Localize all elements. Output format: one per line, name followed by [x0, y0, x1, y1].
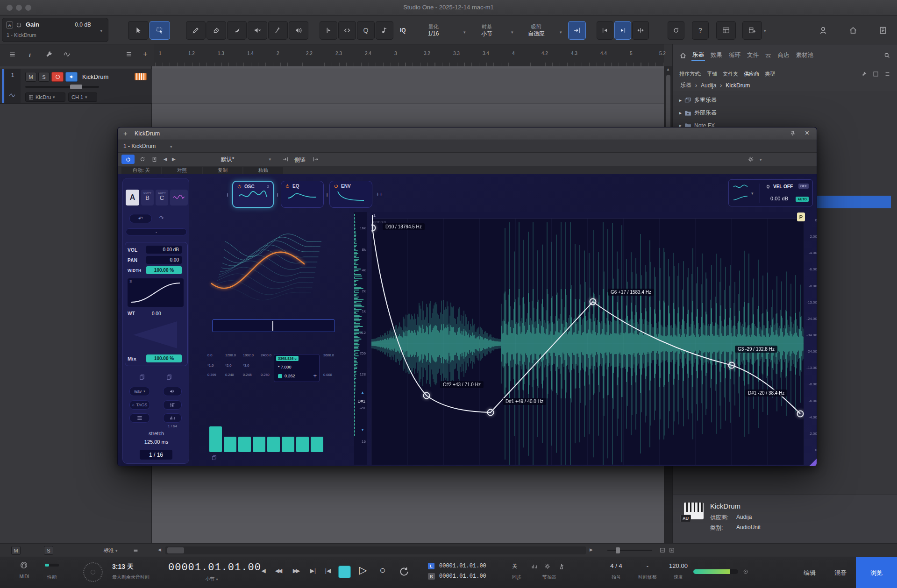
zoom-in-icon[interactable] [669, 547, 675, 553]
overlap-view-button[interactable] [338, 21, 356, 40]
envelope-node[interactable] [487, 409, 494, 416]
gain-bypass-icon[interactable] [15, 21, 22, 28]
shape-display[interactable]: S [128, 278, 184, 307]
performance-meter[interactable] [45, 564, 59, 567]
time-signature[interactable]: 4 / 4 [604, 562, 629, 569]
playhead-time-display[interactable]: 00001.01.01.00 [168, 562, 261, 574]
step-sequencer[interactable] [209, 424, 325, 452]
envelope-node[interactable] [797, 411, 804, 418]
plugin-resize-handle[interactable] [809, 459, 817, 466]
precount-icon[interactable] [531, 563, 538, 570]
scroll-up-icon[interactable]: ▲ [666, 67, 670, 71]
slot-c-button[interactable]: COPY C [156, 190, 168, 205]
step-bar[interactable] [267, 437, 280, 452]
gain-dropdown-icon[interactable]: ▾ [100, 28, 102, 33]
pan-value[interactable]: 0.00 [146, 256, 182, 264]
browser-tab-cloud[interactable]: 云 [764, 50, 772, 61]
document-button[interactable] [875, 21, 891, 40]
redo-button[interactable]: ↷ [159, 215, 164, 221]
timebase-dropdown-icon[interactable]: ▾ [511, 30, 513, 35]
scrollbar-thumb[interactable] [666, 75, 670, 131]
envelope-node[interactable] [423, 392, 430, 399]
steps-button[interactable] [163, 413, 182, 423]
wavetable-prev-triangle[interactable] [130, 320, 179, 349]
view-dropdown-icon[interactable]: ▾ [764, 28, 766, 33]
plugin-close-icon[interactable]: × [805, 129, 809, 137]
spread-button[interactable] [632, 21, 649, 40]
vel-auto-badge[interactable]: AUTO [796, 197, 809, 202]
add-module-icon[interactable]: + [226, 191, 229, 198]
sequence-copy-icon[interactable] [211, 454, 217, 461]
split-tool-button[interactable] [227, 21, 247, 40]
inspector-icon[interactable]: i [29, 51, 31, 58]
gain-value[interactable]: 0.0 dB [75, 21, 91, 28]
osc-module-card[interactable]: OSC 2 [232, 181, 274, 208]
preset-next-icon[interactable]: ▶ [172, 156, 176, 162]
browser-tab-loops[interactable]: 循环 [728, 50, 741, 61]
stop-button[interactable] [338, 566, 351, 578]
status-mute-button[interactable]: M [11, 546, 21, 555]
preset-name-bar[interactable]: - [126, 228, 187, 235]
tool-settings-icon[interactable] [45, 50, 53, 58]
add-track-view-button[interactable] [742, 21, 762, 40]
step-bar[interactable] [253, 437, 265, 452]
plugin-menu-dropdown-icon[interactable]: ▾ [760, 157, 762, 162]
plugin-add-icon[interactable]: + [123, 129, 128, 137]
browser-home-icon[interactable] [679, 52, 687, 59]
paint-tool-button[interactable] [186, 21, 206, 40]
track-row[interactable]: 1 M S KickDrum KicDru ▾ CH 1 ▾ [0, 69, 152, 104]
step-bar[interactable] [209, 426, 222, 452]
zoom-slider[interactable] [607, 550, 652, 551]
selected-partial-mult[interactable]: * 7.000 [278, 365, 292, 369]
preset-select[interactable]: 默认* ▾ [182, 154, 273, 164]
hscroll-left-icon[interactable]: ◀ [158, 547, 161, 552]
selected-partial-box[interactable]: 3368.826 c * 7.000 0.262 + [274, 354, 320, 382]
nudge-right-button[interactable] [614, 21, 631, 40]
browser-tab-shop[interactable]: 商店 [777, 50, 790, 61]
browser-breadcrumb[interactable]: 乐器 › Audija › KickDrum [673, 80, 897, 91]
copy-a-icon[interactable] [139, 374, 145, 381]
wav-export-button[interactable]: wav▾ [129, 387, 150, 396]
copy-b-icon[interactable] [166, 374, 172, 381]
step-bar[interactable] [238, 437, 251, 452]
browser-layout-icon[interactable] [873, 71, 879, 77]
expand-icon[interactable]: ▸ [679, 98, 682, 103]
snap-toggle-button[interactable] [568, 21, 586, 40]
tags-button[interactable]: ○TAGS [129, 400, 150, 410]
meter-mode-icon[interactable] [743, 569, 748, 574]
add-module-icon[interactable]: + [325, 191, 329, 198]
sidechain-label[interactable]: 侧链 [294, 156, 306, 164]
eq-power-icon[interactable] [285, 184, 290, 189]
quantize-setting[interactable]: 量化 1/16 [428, 22, 439, 39]
velocity-panel[interactable]: ▾ VEL OFF OFF 0.00 dB AUTO [728, 179, 813, 206]
grid-division-value[interactable]: 1 / 16 [140, 450, 172, 460]
help-button[interactable]: ? [692, 21, 709, 40]
lines-button[interactable] [129, 413, 150, 423]
track-record-arm-button[interactable] [51, 72, 64, 82]
wavetable-3d-display[interactable] [206, 224, 341, 314]
sort-option-vendor[interactable]: 供应商 [744, 71, 759, 78]
goto-end-button[interactable]: ▶| [306, 567, 320, 574]
audition-button[interactable] [163, 387, 182, 396]
wavetable-position-slider[interactable] [212, 319, 335, 332]
rewind-button[interactable]: ◀◀ [270, 567, 286, 574]
sort-option-flat[interactable]: 平铺 [707, 71, 717, 78]
track-automation-icon[interactable] [9, 92, 15, 98]
quantize-dropdown-icon[interactable]: ▾ [463, 30, 466, 35]
instrument-keys-icon[interactable] [135, 73, 147, 80]
browser-tab-effects[interactable]: 效果 [710, 50, 723, 61]
morph-waveform-button[interactable] [170, 190, 188, 205]
browser-tab-pool[interactable]: 素材池 [795, 50, 815, 61]
width-value[interactable]: 100.00 % [146, 266, 182, 274]
status-list-icon[interactable] [133, 547, 139, 553]
track-mute-button[interactable]: M [25, 72, 36, 82]
track-solo-button[interactable]: S [38, 72, 50, 82]
preset-prev-icon[interactable]: ◀ [164, 156, 167, 162]
arrow-tool-button[interactable] [128, 21, 149, 40]
quantize-tool-button[interactable]: Q [357, 21, 375, 40]
step-bar[interactable] [311, 437, 323, 452]
eraser-tool-button[interactable] [206, 21, 226, 40]
loop-button[interactable] [398, 566, 410, 578]
copy-tab[interactable]: 复制 [203, 167, 242, 174]
frequency-axis-strip[interactable]: 16k 8k 4k 2k 1k 512 256 128 ▲ D#1 -20 ▼ … [354, 212, 367, 465]
